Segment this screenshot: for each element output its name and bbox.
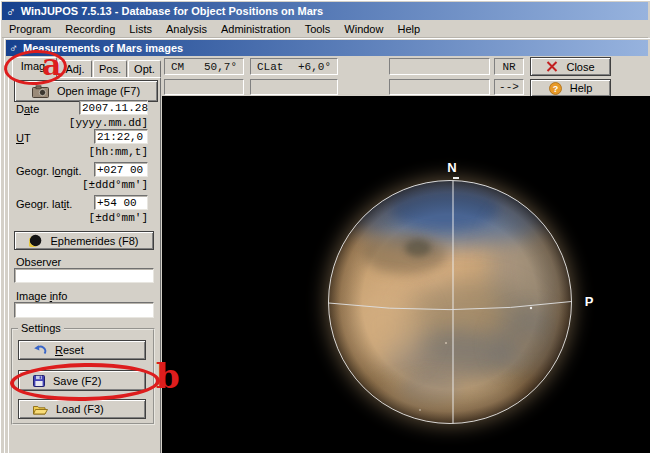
ut-format-hint: [hh:mm,t] — [60, 146, 148, 158]
bright-point — [445, 342, 447, 344]
floppy-disk-icon — [33, 375, 45, 387]
nr-indicator: NR — [494, 58, 524, 75]
close-button-label: Close — [566, 61, 594, 73]
filename-secondary-readout — [389, 79, 490, 95]
ephemerides-label: Ephemerides (F8) — [50, 235, 138, 247]
longitude-format-hint: [±ddd°mm'] — [60, 179, 148, 191]
date-input[interactable]: 2007.11.28 — [79, 100, 148, 115]
latitude-format-hint: [±dd°mm'] — [60, 212, 148, 224]
reset-label: Reset — [55, 344, 84, 356]
menu-program[interactable]: Program — [2, 22, 58, 36]
menu-recording[interactable]: Recording — [58, 22, 122, 36]
ephemerides-button[interactable]: Ephemerides (F8) — [14, 231, 154, 250]
mars-globe-rendering: N P — [162, 96, 650, 453]
mars-image-canvas[interactable]: N P — [162, 96, 650, 453]
observer-input[interactable] — [14, 268, 154, 283]
planet-phase-icon — [29, 234, 42, 247]
help-button[interactable]: ? Help — [530, 79, 611, 97]
help-button-label: Help — [570, 82, 593, 94]
measurements-title: Measurements of Mars images — [23, 42, 183, 54]
close-x-icon — [546, 61, 558, 72]
app-titlebar: ♂ WinJUPOS 7.5.13 - Database for Object … — [2, 2, 648, 20]
load-label: Load (F3) — [56, 403, 104, 415]
tab-adj[interactable]: Adj. — [58, 60, 92, 77]
svg-text:?: ? — [552, 83, 558, 93]
open-image-label: Open image (F7) — [57, 85, 140, 97]
clat-value: +6,0° — [298, 61, 331, 73]
mars-symbol-icon: ♂ — [6, 5, 16, 18]
observer-label: Observer — [16, 256, 61, 268]
longitude-input[interactable]: +027 00 — [94, 162, 148, 177]
cm-secondary-readout — [164, 79, 244, 95]
north-pole-label: N — [447, 160, 456, 175]
cm-label: CM — [171, 61, 184, 73]
bright-point — [530, 307, 532, 309]
ut-label: UT — [16, 132, 31, 144]
undo-arrow-icon — [33, 345, 47, 356]
measurements-titlebar: ♂ Measurements of Mars images — [6, 40, 648, 56]
image-info-label: Image info — [16, 290, 67, 302]
cm-value: 50,7° — [204, 61, 237, 73]
reset-button[interactable]: Reset — [18, 340, 146, 360]
clat-readout: CLat +6,0° — [250, 58, 338, 75]
latitude-label: Geogr. latit. — [16, 198, 72, 210]
open-image-button[interactable]: Open image (F7) — [14, 80, 158, 102]
tab-opt[interactable]: Opt. — [128, 60, 161, 77]
load-button[interactable]: Load (F3) — [18, 399, 146, 419]
help-question-icon: ? — [549, 82, 562, 95]
longitude-label: Geogr. longit. — [16, 165, 81, 177]
menubar: Program Recording Lists Analysis Adminis… — [2, 20, 648, 38]
arrow-indicator: --> — [494, 79, 524, 95]
ut-input[interactable]: 21:22,0 — [94, 129, 148, 144]
tab-pos[interactable]: Pos. — [93, 60, 127, 77]
date-format-hint: [yyyy.mm.dd] — [60, 117, 148, 129]
clat-label: CLat — [257, 61, 283, 73]
camera-icon — [32, 85, 49, 98]
save-button[interactable]: Save (F2) — [18, 370, 146, 391]
image-info-input[interactable] — [14, 302, 154, 318]
cm-readout: CM 50,7° — [164, 58, 244, 75]
tab-imag[interactable]: Imag. — [12, 57, 57, 78]
save-label: Save (F2) — [53, 375, 101, 387]
application-window: ♂ WinJUPOS 7.5.13 - Database for Object … — [0, 0, 650, 453]
menu-window[interactable]: Window — [337, 22, 390, 36]
latitude-input[interactable]: +54 00 — [94, 195, 148, 210]
arrow-label: --> — [499, 81, 519, 93]
clat-secondary-readout — [250, 79, 338, 95]
mars-symbol-icon: ♂ — [9, 42, 18, 55]
menu-tools[interactable]: Tools — [298, 22, 338, 36]
filename-readout — [389, 58, 490, 75]
folder-icon — [33, 404, 48, 415]
menu-analysis[interactable]: Analysis — [159, 22, 214, 36]
close-button[interactable]: Close — [530, 57, 611, 76]
preceding-limb-label: P — [585, 294, 594, 309]
app-title: WinJUPOS 7.5.13 - Database for Object Po… — [21, 5, 323, 17]
settings-legend: Settings — [18, 322, 64, 334]
nr-label: NR — [502, 61, 515, 73]
menu-administration[interactable]: Administration — [214, 22, 298, 36]
menu-help[interactable]: Help — [390, 22, 427, 36]
bright-point — [419, 409, 421, 411]
menu-lists[interactable]: Lists — [122, 22, 159, 36]
date-label: Date — [16, 103, 39, 115]
